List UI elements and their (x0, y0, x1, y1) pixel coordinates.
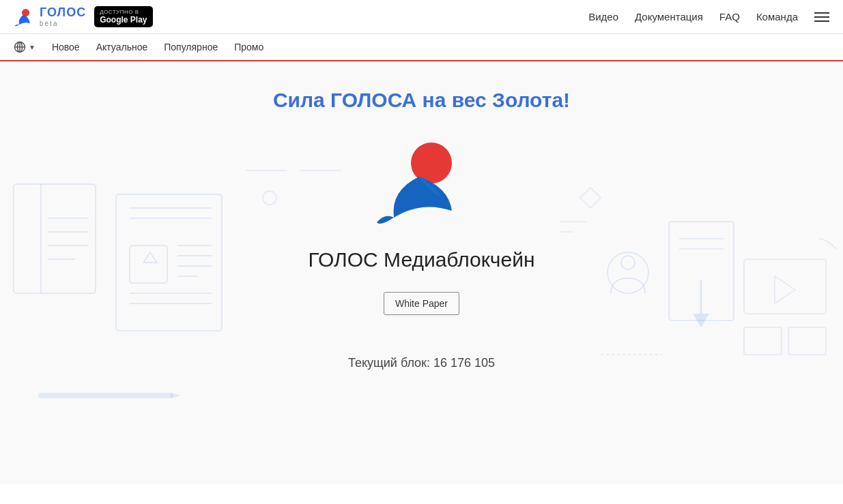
logo-beta: beta (40, 20, 86, 27)
white-paper-button[interactable]: White Paper (384, 292, 459, 315)
sub-navigation: ▼ Новое Актуальное Популярное Промо (0, 34, 843, 61)
nav-right: Видео Документация FAQ Команда (588, 11, 829, 23)
brand-logo-icon (370, 132, 472, 235)
svg-point-25 (263, 191, 276, 205)
logo[interactable]: ГОЛОС beta (14, 6, 86, 28)
svg-marker-33 (775, 276, 795, 303)
svg-marker-22 (171, 393, 181, 398)
hero-title: Сила ГОЛОСА на вес Золота! (273, 89, 570, 112)
svg-marker-31 (693, 314, 709, 327)
svg-rect-37 (788, 327, 826, 355)
globe-icon (14, 41, 26, 53)
svg-point-26 (608, 252, 648, 293)
nav-video[interactable]: Видео (588, 11, 618, 23)
logo-bird-icon (14, 6, 35, 28)
hamburger-line (814, 12, 829, 14)
hero-content: ГОЛОС Медиаблокчейн White Paper Текущий … (308, 132, 534, 370)
svg-rect-32 (744, 259, 826, 314)
top-navigation: ГОЛОС beta ДОСТУПНО В Google Play Видео … (0, 0, 843, 34)
nav-faq[interactable]: FAQ (719, 11, 740, 23)
subnav-popular[interactable]: Популярное (164, 42, 218, 53)
hamburger-line (814, 16, 829, 18)
hamburger-menu[interactable] (814, 12, 829, 22)
hero-section: Сила ГОЛОСА на вес Золота! ГОЛОС Медиабл… (0, 61, 843, 484)
hamburger-line (814, 20, 829, 22)
google-play-available: ДОСТУПНО В (100, 9, 139, 15)
subnav-actual[interactable]: Актуальное (96, 42, 148, 53)
nav-left: ГОЛОС beta ДОСТУПНО В Google Play (14, 6, 153, 28)
hero-subtitle: ГОЛОС Медиаблокчейн (308, 248, 534, 271)
nav-docs[interactable]: Документация (635, 11, 703, 23)
logo-title: ГОЛОС (40, 6, 86, 20)
subnav-promo[interactable]: Промо (234, 42, 263, 53)
svg-rect-12 (130, 246, 167, 283)
svg-rect-36 (744, 327, 782, 355)
google-play-badge[interactable]: ДОСТУПНО В Google Play (94, 6, 152, 27)
globe-dropdown-arrow: ▼ (29, 44, 35, 51)
current-block: Текущий блок: 16 176 105 (348, 356, 495, 370)
subnav-new[interactable]: Новое (52, 42, 80, 53)
nav-team[interactable]: Команда (756, 11, 798, 23)
google-play-text: Google Play (100, 15, 147, 25)
language-selector[interactable]: ▼ (14, 41, 35, 53)
svg-point-27 (621, 256, 635, 269)
svg-rect-5 (14, 184, 96, 293)
svg-rect-11 (116, 194, 222, 331)
logo-text: ГОЛОС beta (40, 6, 86, 27)
svg-rect-28 (669, 222, 734, 321)
svg-point-39 (411, 143, 452, 183)
